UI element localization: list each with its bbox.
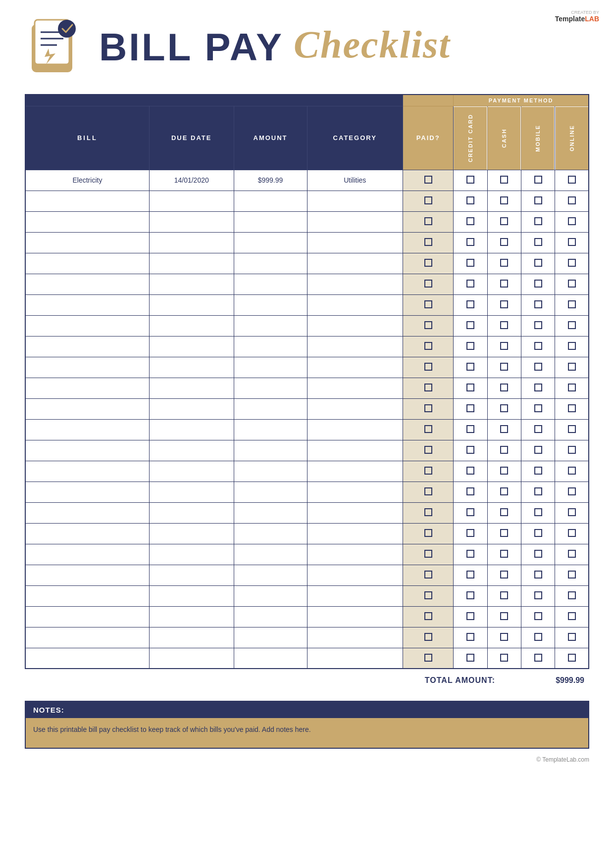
cash-checkbox[interactable] — [500, 612, 508, 620]
cash-checkbox[interactable] — [500, 446, 508, 454]
online-checkbox[interactable] — [568, 404, 576, 412]
cash-checkbox[interactable] — [500, 176, 508, 184]
cash-checkbox[interactable] — [500, 550, 508, 558]
mobile-checkbox[interactable] — [534, 280, 542, 288]
cash-checkbox[interactable] — [500, 591, 508, 599]
paid-checkbox[interactable] — [424, 487, 432, 495]
cash-checkbox[interactable] — [500, 280, 508, 288]
online-checkbox[interactable] — [568, 259, 576, 267]
mobile-checkbox[interactable] — [534, 467, 542, 475]
paid-checkbox[interactable] — [424, 176, 432, 184]
mobile-checkbox[interactable] — [534, 612, 542, 620]
cash-checkbox[interactable] — [500, 487, 508, 495]
mobile-checkbox[interactable] — [534, 217, 542, 225]
online-checkbox[interactable] — [568, 363, 576, 371]
cash-checkbox[interactable] — [500, 217, 508, 225]
cash-checkbox[interactable] — [500, 259, 508, 267]
paid-checkbox[interactable] — [424, 425, 432, 433]
paid-checkbox[interactable] — [424, 238, 432, 246]
credit-card-checkbox[interactable] — [466, 612, 474, 620]
online-checkbox[interactable] — [568, 196, 576, 204]
credit-card-checkbox[interactable] — [466, 487, 474, 495]
paid-checkbox[interactable] — [424, 508, 432, 516]
mobile-checkbox[interactable] — [534, 300, 542, 308]
online-checkbox[interactable] — [568, 446, 576, 454]
online-checkbox[interactable] — [568, 487, 576, 495]
cash-checkbox[interactable] — [500, 196, 508, 204]
mobile-checkbox[interactable] — [534, 425, 542, 433]
mobile-checkbox[interactable] — [534, 384, 542, 391]
credit-card-checkbox[interactable] — [466, 446, 474, 454]
credit-card-checkbox[interactable] — [466, 654, 474, 662]
online-checkbox[interactable] — [568, 508, 576, 516]
paid-checkbox[interactable] — [424, 384, 432, 391]
cash-checkbox[interactable] — [500, 529, 508, 537]
online-checkbox[interactable] — [568, 280, 576, 288]
mobile-checkbox[interactable] — [534, 446, 542, 454]
credit-card-checkbox[interactable] — [466, 591, 474, 599]
mobile-checkbox[interactable] — [534, 571, 542, 579]
credit-card-checkbox[interactable] — [466, 363, 474, 371]
mobile-checkbox[interactable] — [534, 342, 542, 350]
credit-card-checkbox[interactable] — [466, 529, 474, 537]
paid-checkbox[interactable] — [424, 654, 432, 662]
credit-card-checkbox[interactable] — [466, 342, 474, 350]
online-checkbox[interactable] — [568, 238, 576, 246]
online-checkbox[interactable] — [568, 529, 576, 537]
credit-card-checkbox[interactable] — [466, 196, 474, 204]
mobile-checkbox[interactable] — [534, 508, 542, 516]
cash-checkbox[interactable] — [500, 467, 508, 475]
mobile-checkbox[interactable] — [534, 529, 542, 537]
cash-checkbox[interactable] — [500, 425, 508, 433]
credit-card-checkbox[interactable] — [466, 467, 474, 475]
credit-card-checkbox[interactable] — [466, 280, 474, 288]
mobile-checkbox[interactable] — [534, 404, 542, 412]
cash-checkbox[interactable] — [500, 571, 508, 579]
paid-checkbox[interactable] — [424, 591, 432, 599]
online-checkbox[interactable] — [568, 321, 576, 329]
paid-checkbox[interactable] — [424, 342, 432, 350]
credit-card-checkbox[interactable] — [466, 238, 474, 246]
paid-checkbox[interactable] — [424, 363, 432, 371]
mobile-checkbox[interactable] — [534, 550, 542, 558]
online-checkbox[interactable] — [568, 654, 576, 662]
online-checkbox[interactable] — [568, 217, 576, 225]
online-checkbox[interactable] — [568, 550, 576, 558]
paid-checkbox[interactable] — [424, 633, 432, 641]
paid-checkbox[interactable] — [424, 196, 432, 204]
cash-checkbox[interactable] — [500, 321, 508, 329]
paid-checkbox[interactable] — [424, 280, 432, 288]
credit-card-checkbox[interactable] — [466, 550, 474, 558]
online-checkbox[interactable] — [568, 571, 576, 579]
mobile-checkbox[interactable] — [534, 238, 542, 246]
online-checkbox[interactable] — [568, 176, 576, 184]
online-checkbox[interactable] — [568, 342, 576, 350]
paid-checkbox[interactable] — [424, 300, 432, 308]
credit-card-checkbox[interactable] — [466, 321, 474, 329]
credit-card-checkbox[interactable] — [466, 259, 474, 267]
online-checkbox[interactable] — [568, 467, 576, 475]
cash-checkbox[interactable] — [500, 363, 508, 371]
paid-checkbox[interactable] — [424, 217, 432, 225]
paid-checkbox[interactable] — [424, 321, 432, 329]
paid-checkbox[interactable] — [424, 446, 432, 454]
mobile-checkbox[interactable] — [534, 176, 542, 184]
mobile-checkbox[interactable] — [534, 363, 542, 371]
online-checkbox[interactable] — [568, 633, 576, 641]
cash-checkbox[interactable] — [500, 404, 508, 412]
credit-card-checkbox[interactable] — [466, 425, 474, 433]
mobile-checkbox[interactable] — [534, 321, 542, 329]
paid-checkbox[interactable] — [424, 404, 432, 412]
credit-card-checkbox[interactable] — [466, 404, 474, 412]
cash-checkbox[interactable] — [500, 654, 508, 662]
mobile-checkbox[interactable] — [534, 654, 542, 662]
online-checkbox[interactable] — [568, 425, 576, 433]
online-checkbox[interactable] — [568, 384, 576, 391]
mobile-checkbox[interactable] — [534, 196, 542, 204]
credit-card-checkbox[interactable] — [466, 384, 474, 391]
credit-card-checkbox[interactable] — [466, 300, 474, 308]
paid-checkbox[interactable] — [424, 529, 432, 537]
paid-checkbox[interactable] — [424, 612, 432, 620]
mobile-checkbox[interactable] — [534, 259, 542, 267]
cash-checkbox[interactable] — [500, 238, 508, 246]
